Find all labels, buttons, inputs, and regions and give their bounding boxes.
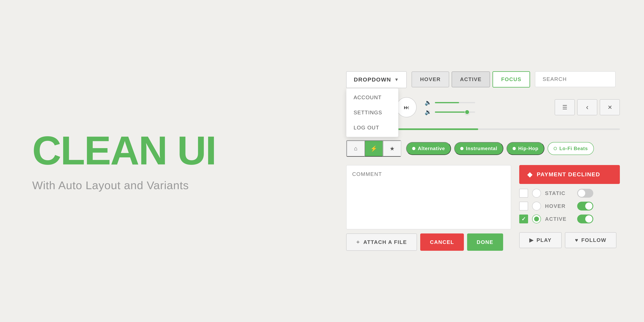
row-comment: + ATTACH A FILE CANCEL DONE ◆ PAYMENT DE… [346,165,620,251]
tag-alternative[interactable]: Alternative [406,142,451,155]
tag-label-1: Alternative [418,146,445,151]
tag-dot-2 [460,147,464,150]
close-button[interactable]: ✕ [600,99,620,115]
tab-home[interactable]: ⌂ [346,140,365,156]
close-icon: ✕ [608,104,612,111]
tag-label-4: Lo-Fi Beats [559,146,588,151]
heart-icon: ♥ [575,237,578,243]
toggle-active[interactable] [577,214,593,224]
volume-row-1: 🔈 [425,99,475,106]
tag-dot-3 [512,147,516,150]
plus-icon: + [356,239,360,246]
dropdown-wrapper: DROPDOWN ▼ ACCOUNT SETTINGS LOG OUT [346,71,407,88]
comment-actions: + ATTACH A FILE CANCEL DONE [346,234,511,251]
volume-section: 🔈 🔉 [425,99,475,115]
tab-icons: ⌂ ⚡ ★ [346,140,401,157]
play-label: PLAY [536,237,552,243]
state-row-hover: HOVER [519,202,620,210]
state-label-static: STATIC [545,190,573,196]
play-button[interactable]: ▶ PLAY [519,232,562,248]
radio-static[interactable] [532,189,541,198]
payment-declined-label: PAYMENT DECLINED [537,171,600,178]
toggle-thumb-active [585,215,592,222]
search-input[interactable] [535,71,616,87]
hover-button[interactable]: HOVER [412,72,449,87]
back-button[interactable]: ‹ [577,99,597,115]
checkbox-static[interactable] [519,189,528,198]
follow-label: FOLLOW [581,237,606,243]
row-controls: DROPDOWN ▼ ACCOUNT SETTINGS LOG OUT HOVE… [346,71,620,88]
volume-low-icon: 🔈 [425,99,432,106]
payment-declined-banner: ◆ PAYMENT DECLINED [519,165,620,184]
focus-button[interactable]: FOCUS [492,71,530,88]
right-side-panel: ◆ PAYMENT DECLINED STATIC HOVER [519,165,620,248]
right-panel: DROPDOWN ▼ ACCOUNT SETTINGS LOG OUT HOVE… [322,55,644,267]
tag-label-2: Instrumental [466,146,497,151]
checkbox-active[interactable]: ✓ [519,214,528,224]
tag-dot-1 [412,147,416,150]
tag-lofi[interactable]: Lo-Fi Beats [548,142,594,155]
dropdown-menu: ACCOUNT SETTINGS LOG OUT [346,88,398,137]
dropdown-item-settings[interactable]: SETTINGS [346,105,398,120]
back-icon: ‹ [586,103,588,112]
play-icon: ▶ [529,237,534,243]
cancel-button[interactable]: CANCEL [420,234,464,251]
radio-hover[interactable] [532,202,541,210]
dropdown-item-account[interactable]: ACCOUNT [346,90,398,105]
dropdown-label: DROPDOWN [354,76,391,83]
hamburger-icon: ☰ [562,104,567,111]
tab-star[interactable]: ★ [383,140,401,156]
toggle-thumb-hover [585,202,592,210]
chevron-down-icon: ▼ [394,77,399,82]
state-row-active: ✓ ACTIVE [519,214,620,224]
toggle-static[interactable] [577,189,593,198]
state-rows: STATIC HOVER ✓ [519,189,620,224]
warning-icon: ◆ [527,171,533,178]
state-row-static: STATIC [519,189,620,198]
brand-title: CLEAN UI [32,130,290,171]
dropdown-item-logout[interactable]: LOG OUT [346,120,398,135]
left-panel: CLEAN UI With Auto Layout and Variants [0,130,322,192]
volume-track-1[interactable] [435,102,475,103]
checkbox-hover[interactable] [519,202,528,210]
brand-subtitle: With Auto Layout and Variants [32,179,290,192]
tag-label-3: Hip-Hop [518,146,538,151]
hamburger-button[interactable]: ☰ [555,99,575,115]
attach-label: ATTACH A FILE [364,239,407,245]
state-button-group: HOVER ACTIVE FOCUS [412,71,530,88]
next-button[interactable]: ⏭ [396,97,416,117]
tag-hiphop[interactable]: Hip-Hop [506,142,544,155]
state-label-hover: HOVER [545,203,573,209]
state-label-active: ACTIVE [545,216,573,222]
done-button[interactable]: DONE [467,234,503,251]
volume-row-2: 🔉 [425,109,475,115]
next-icon: ⏭ [404,104,409,111]
tag-instrumental[interactable]: Instrumental [454,142,503,155]
volume-track-2[interactable] [435,112,475,113]
comment-textarea[interactable] [346,165,511,230]
nav-button-group: ☰ ‹ ✕ [555,99,620,115]
comment-section: + ATTACH A FILE CANCEL DONE [346,165,511,251]
volume-high-icon: 🔉 [425,109,432,115]
home-icon: ⌂ [354,145,358,152]
attach-button[interactable]: + ATTACH A FILE [346,234,417,251]
radio-active[interactable] [532,214,541,224]
follow-button[interactable]: ♥ FOLLOW [565,232,616,248]
music-tags: Alternative Instrumental Hip-Hop Lo-Fi B… [406,142,594,155]
row-tabs: ⌂ ⚡ ★ Alternative Instrumental Hip-Hop [346,140,620,157]
tab-bolt[interactable]: ⚡ [365,140,383,156]
tag-dot-4 [554,147,557,150]
checkmark-icon: ✓ [522,216,526,222]
star-icon: ★ [390,145,395,152]
toggle-thumb-static [578,190,585,197]
toggle-hover[interactable] [577,202,593,210]
active-button[interactable]: ACTIVE [452,72,490,87]
progress-track[interactable] [362,128,620,130]
action-buttons: ▶ PLAY ♥ FOLLOW [519,232,620,248]
bolt-icon: ⚡ [370,145,377,152]
dropdown-button[interactable]: DROPDOWN ▼ [346,71,407,88]
